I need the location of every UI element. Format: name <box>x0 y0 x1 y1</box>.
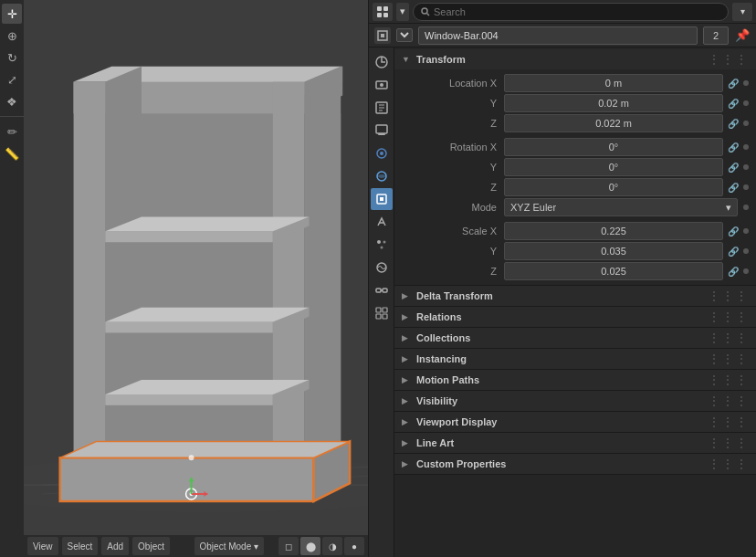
scene-icon-tab[interactable] <box>371 142 393 164</box>
svg-rect-49 <box>378 133 385 135</box>
side-icon-bar <box>369 47 394 557</box>
measure-tool-icon[interactable]: 📏 <box>2 143 22 163</box>
data-properties-icon[interactable] <box>371 302 393 324</box>
custom-properties-options[interactable]: ⋮⋮⋮ <box>708 457 749 471</box>
scale-z-field[interactable]: 0.025 <box>504 262 723 280</box>
viewport-display-options[interactable]: ⋮⋮⋮ <box>708 415 749 429</box>
rotation-z-keyframe-dot[interactable] <box>743 184 749 190</box>
viewport-3d[interactable]: View Select Add Object Object Mode ▾ ◻ ⬤… <box>0 0 368 557</box>
physics-properties-icon[interactable] <box>371 257 393 278</box>
location-y-field[interactable]: 0.02 m <box>504 94 723 112</box>
constraints-properties-icon[interactable] <box>371 279 393 301</box>
location-x-link-icon[interactable]: 🔗 <box>727 77 740 89</box>
location-y-keyframe-dot[interactable] <box>743 100 749 106</box>
rotation-y-icons: 🔗 <box>727 161 749 173</box>
location-z-link-icon[interactable]: 🔗 <box>727 117 740 130</box>
instancing-arrow: ▶ <box>402 354 413 363</box>
transform-options[interactable]: ⋮⋮⋮ <box>708 52 749 67</box>
location-x-keyframe-dot[interactable] <box>743 80 749 86</box>
annotate-tool-icon[interactable]: ✏ <box>2 121 22 142</box>
output-properties-icon[interactable] <box>371 97 393 119</box>
rotation-mode-dropdown[interactable]: XYZ Euler ▾ <box>504 198 738 216</box>
svg-rect-40 <box>381 34 384 37</box>
shading-solid[interactable]: ⬤ <box>300 537 320 555</box>
instancing-options[interactable]: ⋮⋮⋮ <box>708 352 749 366</box>
scale-x-field[interactable]: 0.225 <box>504 222 723 240</box>
motion-paths-options[interactable]: ⋮⋮⋮ <box>708 373 749 387</box>
rotation-z-field[interactable]: 0° <box>504 178 723 196</box>
move-tool-icon[interactable]: ⊕ <box>2 26 22 46</box>
rotation-y-keyframe-dot[interactable] <box>743 164 749 170</box>
scale-z-link-icon[interactable]: 🔗 <box>727 265 740 278</box>
relations-options[interactable]: ⋮⋮⋮ <box>708 310 749 324</box>
collections-options[interactable]: ⋮⋮⋮ <box>708 331 749 345</box>
relations-header[interactable]: ▶ Relations ⋮⋮⋮ <box>394 307 756 327</box>
rotate-tool-icon[interactable]: ↻ <box>2 47 22 68</box>
shading-wire[interactable]: ◻ <box>278 537 299 555</box>
visibility-header[interactable]: ▶ Visibility ⋮⋮⋮ <box>394 391 756 411</box>
delta-transform-options[interactable]: ⋮⋮⋮ <box>708 289 749 303</box>
rotation-x-link-icon[interactable]: 🔗 <box>727 141 740 153</box>
line-art-header[interactable]: ▶ Line Art ⋮⋮⋮ <box>394 433 756 453</box>
scale-y-keyframe-dot[interactable] <box>743 248 749 254</box>
delta-transform-header[interactable]: ▶ Delta Transform ⋮⋮⋮ <box>394 286 756 306</box>
transform-arrow: ▼ <box>402 55 413 64</box>
search-box[interactable] <box>413 3 729 21</box>
rotation-y-link-icon[interactable]: 🔗 <box>727 161 740 173</box>
location-y-link-icon[interactable]: 🔗 <box>727 97 740 110</box>
rotation-z-link-icon[interactable]: 🔗 <box>727 181 740 194</box>
collections-header[interactable]: ▶ Collections ⋮⋮⋮ <box>394 328 756 348</box>
custom-properties-header[interactable]: ▶ Custom Properties ⋮⋮⋮ <box>394 454 756 474</box>
shading-render[interactable]: ● <box>344 537 364 555</box>
editor-type-button[interactable] <box>373 3 393 21</box>
object-properties-icon[interactable] <box>371 188 393 210</box>
cursor-tool-icon[interactable]: ✛ <box>2 4 22 24</box>
scale-y-link-icon[interactable]: 🔗 <box>727 245 740 257</box>
pin-icon[interactable]: 📌 <box>734 27 751 44</box>
location-z-field[interactable]: 0.022 m <box>504 114 723 132</box>
instancing-header[interactable]: ▶ Instancing ⋮⋮⋮ <box>394 349 756 369</box>
editor-type-dropdown[interactable]: ▾ <box>396 3 409 21</box>
scale-tool-icon[interactable]: ⤢ <box>2 69 22 89</box>
location-z-icons: 🔗 <box>727 117 749 130</box>
object-menu[interactable]: Object <box>132 537 170 555</box>
rotation-x-keyframe-dot[interactable] <box>743 144 749 150</box>
transform-section-header[interactable]: ▼ Transform ⋮⋮⋮ <box>394 49 756 69</box>
scale-y-field[interactable]: 0.035 <box>504 242 723 260</box>
rotation-x-field[interactable]: 0° <box>504 138 723 156</box>
motion-paths-header[interactable]: ▶ Motion Paths ⋮⋮⋮ <box>394 370 756 390</box>
panel-options-button[interactable]: ▾ <box>732 3 752 21</box>
left-toolbar: ✛ ⊕ ↻ ⤢ ❖ ✏ 📏 <box>0 0 24 557</box>
shading-material[interactable]: ◑ <box>322 537 342 555</box>
select-menu[interactable]: Select <box>62 537 99 555</box>
particles-properties-icon[interactable] <box>371 234 393 256</box>
location-y-row: Y 0.02 m 🔗 <box>394 93 756 113</box>
scene-properties-icon[interactable] <box>371 51 393 73</box>
relations-arrow: ▶ <box>402 312 413 321</box>
modifier-properties-icon[interactable] <box>371 211 393 233</box>
viewport-display-header[interactable]: ▶ Viewport Display ⋮⋮⋮ <box>394 412 756 432</box>
viewport-display-arrow: ▶ <box>402 417 413 426</box>
view-layer-icon[interactable] <box>371 120 393 142</box>
visibility-options[interactable]: ⋮⋮⋮ <box>708 394 749 408</box>
scale-z-keyframe-dot[interactable] <box>743 268 749 274</box>
rotation-y-field[interactable]: 0° <box>504 158 723 176</box>
world-properties-icon[interactable] <box>371 165 393 187</box>
render-properties-icon[interactable] <box>371 74 393 96</box>
line-art-options[interactable]: ⋮⋮⋮ <box>708 436 749 450</box>
add-menu[interactable]: Add <box>101 537 129 555</box>
location-z-keyframe-dot[interactable] <box>743 121 749 126</box>
scale-x-keyframe-dot[interactable] <box>743 228 749 234</box>
rotation-x-row: Rotation X 0° 🔗 <box>394 137 756 157</box>
delta-transform-arrow: ▶ <box>402 291 413 300</box>
mode-keyframe-dot[interactable] <box>743 205 749 210</box>
user-count-badge: 2 <box>703 26 729 45</box>
mode-selector[interactable]: Object Mode ▾ <box>194 537 264 555</box>
object-name-input[interactable] <box>418 26 698 45</box>
object-type-dropdown[interactable]: ▾ <box>396 28 413 42</box>
scale-x-link-icon[interactable]: 🔗 <box>727 225 740 237</box>
view-menu[interactable]: View <box>27 537 58 555</box>
transform-tool-icon[interactable]: ❖ <box>2 91 22 111</box>
search-input[interactable] <box>434 6 720 17</box>
location-x-field[interactable]: 0 m <box>504 74 723 92</box>
